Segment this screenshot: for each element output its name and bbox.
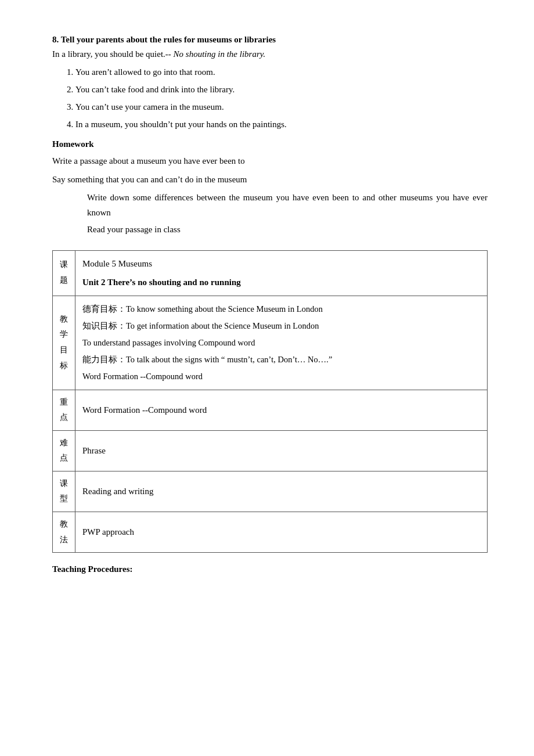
- module-content-cell: Module 5 Museums Unit 2 There’s no shout…: [75, 250, 488, 296]
- module-value: Module 5 Museums: [82, 255, 480, 272]
- focus-label: 重点: [53, 390, 75, 430]
- intro-plain: In a library, you should be quiet.--: [52, 49, 174, 59]
- list-item: You can’t use your camera in the museum.: [75, 100, 488, 114]
- type-value: Reading and writing: [82, 487, 153, 496]
- difficulty-value: Phrase: [82, 446, 106, 455]
- intro-text: In a library, you should be quiet.-- No …: [52, 49, 488, 59]
- module-label: 课题: [53, 250, 75, 296]
- type-label-text: 课型: [60, 479, 68, 503]
- teaching-procedures-label: Teaching Procedures:: [52, 564, 488, 574]
- homework-line-1: Write a passage about a museum you have …: [52, 154, 488, 169]
- difficulty-content: Phrase: [75, 430, 488, 471]
- edu-goals-content: 德育目标：To know something about the Science…: [75, 296, 488, 390]
- method-row: 教法 PWP approach: [53, 512, 488, 553]
- homework-title: Homework: [52, 139, 488, 149]
- focus-label-text: 重点: [60, 398, 68, 422]
- module-label-text: 课题: [60, 260, 68, 285]
- difficulty-label-text: 难点: [60, 438, 68, 463]
- edu-goal-4: 能力目标：To talk about the signs with “ must…: [82, 351, 480, 368]
- module-row: 课题 Module 5 Museums Unit 2 There’s no sh…: [53, 250, 488, 296]
- edu-goal-3: To understand passages involving Compoun…: [82, 334, 480, 351]
- info-table: 课题 Module 5 Museums Unit 2 There’s no sh…: [52, 250, 488, 553]
- edu-goal-1: 德育目标：To know something about the Science…: [82, 301, 480, 318]
- rules-list: You aren’t allowed to go into that room.…: [75, 65, 488, 131]
- method-label-text: 教法: [60, 520, 68, 544]
- edu-label-text: 教学目标: [60, 315, 68, 370]
- difficulty-label: 难点: [53, 430, 75, 471]
- intro-italic: No shouting in the library.: [174, 49, 266, 59]
- focus-row: 重点 Word Formation --Compound word: [53, 390, 488, 430]
- edu-goals-row: 教学目标 德育目标：To know something about the Sc…: [53, 296, 488, 390]
- edu-goal-5: Word Formation --Compound word: [82, 368, 480, 385]
- focus-value: Word Formation --Compound word: [82, 405, 207, 415]
- homework-line-2: Say something that you can and can’t do …: [52, 172, 488, 188]
- homework-section: Homework Write a passage about a museum …: [52, 139, 488, 237]
- list-item: In a museum, you shouldn’t put your hand…: [75, 117, 488, 131]
- unit-value: Unit 2 There’s no shouting and no runnin…: [82, 274, 480, 291]
- list-item: You can’t take food and drink into the l…: [75, 82, 488, 96]
- edu-goal-2: 知识目标：To get information about the Scienc…: [82, 318, 480, 334]
- method-label: 教法: [53, 512, 75, 553]
- method-value: PWP approach: [82, 527, 134, 537]
- homework-indented-2: Read your passage in class: [87, 222, 488, 237]
- homework-indented-1: Write down some differences between the …: [87, 190, 488, 220]
- method-content: PWP approach: [75, 512, 488, 553]
- difficulty-row: 难点 Phrase: [53, 430, 488, 471]
- type-label: 课型: [53, 471, 75, 512]
- section-title: 8. Tell your parents about the rules for…: [52, 35, 488, 45]
- type-content: Reading and writing: [75, 471, 488, 512]
- type-row: 课型 Reading and writing: [53, 471, 488, 512]
- edu-label: 教学目标: [53, 296, 75, 390]
- list-item: You aren’t allowed to go into that room.: [75, 65, 488, 79]
- focus-content: Word Formation --Compound word: [75, 390, 488, 430]
- section-heading: 8. Tell your parents about the rules for…: [52, 35, 488, 131]
